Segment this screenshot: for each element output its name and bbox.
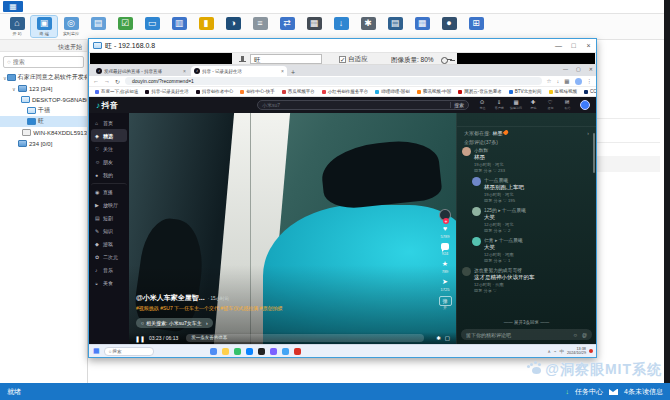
tree-item[interactable]: ∨ 123 [3/4] <box>0 83 87 94</box>
toolbar-button[interactable]: ▤ <box>382 16 408 32</box>
emoji-icon[interactable]: ☺ <box>573 332 578 338</box>
new-tab-button[interactable]: + <box>291 69 295 76</box>
system-tray[interactable]: ∧ ⌁ 中 13:38 2024/10/29 <box>547 345 593 357</box>
sidebar-nav-item[interactable]: ◆ 游戏 <box>91 237 127 250</box>
extensions-icon[interactable]: ▦ <box>564 78 569 84</box>
bookmark[interactable]: CCTV节目官网 <box>584 89 596 94</box>
toolbar-button[interactable]: ▣ 终 端 <box>31 16 57 37</box>
app-icon[interactable] <box>222 348 229 355</box>
browser-avatar[interactable] <box>575 78 582 85</box>
bookmark[interactable]: 腾讯视频-中国 <box>417 89 452 94</box>
sidebar-nav-item[interactable]: ♪ 音乐 <box>91 263 127 276</box>
remote-screen[interactable]: ♪ 发现最好玩的直播 - 抖音直播 × ♪ 抖音 - 记录美好生活 × + —▢… <box>89 65 596 357</box>
douyin-logo[interactable]: ♪抖音 <box>96 100 119 111</box>
comment-actions[interactable]: 回复 分享 ♡ 233 <box>474 168 591 173</box>
bookmark-star-icon[interactable]: ☆ <box>547 78 552 84</box>
tab-close-icon[interactable]: × <box>281 68 284 74</box>
close-button[interactable]: × <box>581 42 596 49</box>
commenter-name[interactable]: 十一点晨曦 <box>484 177 591 183</box>
bookmark[interactable]: BTV北京时间 <box>509 89 542 94</box>
tray-chevron-icon[interactable]: ∧ <box>547 349 550 354</box>
download-icon[interactable]: ↓ <box>557 78 560 84</box>
bookmark[interactable]: 西瓜视频平台 <box>282 89 315 94</box>
commenter-avatar[interactable] <box>462 267 471 276</box>
comment-actions[interactable]: 回复 分享 ♡ 195 <box>484 198 591 203</box>
browser-window-controls[interactable]: —▢✕ <box>563 66 593 72</box>
sidebar-nav-item[interactable]: ◉ 直播 <box>91 183 127 198</box>
sidebar-nav-item[interactable]: ◒ 美食 <box>91 276 127 289</box>
toolbar-button[interactable]: ▮ <box>193 16 219 32</box>
video-hashtags[interactable]: #视频挑战 #SU7 下一任车主一个交代 #提车仪式感拉满 #原创拍摄 <box>136 305 356 311</box>
scrollbar[interactable] <box>593 133 595 173</box>
related-search-pill[interactable]: ○ 相关搜索: 小米su7女车主 › <box>136 318 213 328</box>
bookmark[interactable]: 抖音-记录美好生活 <box>145 89 189 94</box>
quick-start-header[interactable]: 快速开始 <box>0 40 87 52</box>
toolbar-button[interactable]: ⌂ 开 始 <box>4 16 30 37</box>
taskbar-clock[interactable]: 13:38 2024/10/29 <box>567 347 586 355</box>
app-icon[interactable] <box>258 348 265 355</box>
commenter-avatar[interactable] <box>472 207 481 216</box>
app-icon[interactable] <box>282 348 289 355</box>
comment-action[interactable]: 924 <box>441 243 449 256</box>
commenter-name[interactable]: 125的 ▸ 十一点晨曦 <box>484 207 591 213</box>
sidebar-nav-item[interactable]: ✎ 知识 <box>91 224 127 237</box>
checkbox-icon[interactable]: ✓ <box>339 56 346 63</box>
toolbar-button[interactable]: ☑ <box>112 16 138 32</box>
tree-search-box[interactable]: ○ <box>3 56 84 68</box>
toolbar-button[interactable]: ✱ <box>355 16 381 32</box>
danmaku-input[interactable]: 发一条友善的弹幕 <box>186 334 424 342</box>
video-player[interactable]: @小米人车家全屋智...· 15小时前 #视频挑战 #SU7 下一任车主一个交代… <box>129 113 456 344</box>
commenter-name[interactable]: 仁青 ▸ 十一点晨曦 <box>484 237 591 243</box>
more-menu-icon[interactable]: ⋮ <box>587 78 593 84</box>
share-action[interactable]: ➤ 1725 <box>441 278 450 292</box>
search-input[interactable] <box>13 59 77 65</box>
header-action[interactable]: ⇓ 客户端 <box>492 98 506 110</box>
bookmark[interactable]: 创作中心-快手 <box>240 89 275 94</box>
pause-button[interactable]: ❚❚ <box>135 335 145 342</box>
header-action[interactable]: ⊙ 充值 <box>475 98 489 110</box>
danmaku-toggle[interactable]: 弹 开 <box>439 296 452 310</box>
sidebar-nav-item[interactable]: ▤ 短剧 <box>91 211 127 224</box>
commenter-avatar[interactable] <box>472 177 481 186</box>
author-avatar[interactable] <box>439 209 451 221</box>
like-action[interactable]: ♥ 5789 <box>441 225 450 239</box>
toolbar-button[interactable]: ◑ <box>220 16 246 32</box>
session-tab[interactable]: 旺 <box>250 54 322 64</box>
app-icon[interactable] <box>270 348 277 355</box>
tree-item[interactable]: 234 [0/0] <box>0 138 87 149</box>
favorite-action[interactable]: ★ 789 <box>442 260 449 274</box>
toolbar-button[interactable]: ▭ <box>139 16 165 32</box>
toolbar-button[interactable]: ⊞ <box>463 16 489 32</box>
unread-messages-link[interactable]: 4条未读信息 <box>624 387 663 397</box>
forward-icon[interactable]: → <box>104 78 110 84</box>
bookmark[interactable]: 网易云-音乐热爱者 <box>458 89 502 94</box>
sidebar-nav-item[interactable]: ♡ 关注 <box>91 142 127 155</box>
commenter-name[interactable]: 小辉辉 <box>474 147 591 153</box>
remote-control-window[interactable]: 旺 - 192.168.0.8 — □ × 旺 ✓ 自适应 图像质量: 80% … <box>88 38 597 358</box>
maximize-button[interactable]: □ <box>566 42 581 49</box>
player-controls[interactable]: ❚❚ 03:23 / 06:13 发一条友善的弹幕 ✱ ▢ <box>129 332 456 344</box>
sidebar-nav-item[interactable]: ▶ 放映厅 <box>91 198 127 211</box>
bookmark[interactable]: 小红书创作服务平台 <box>322 89 369 94</box>
video-title[interactable]: @小米人车家全屋智...· 15小时前 <box>136 293 356 303</box>
bookmark[interactable]: 百度一下,你就知道 <box>95 89 138 94</box>
task-center-link[interactable]: 任务中心 <box>575 387 603 397</box>
minimize-button[interactable]: — <box>551 42 566 49</box>
header-action[interactable]: ♡ 通知 <box>543 98 557 110</box>
back-icon[interactable]: ← <box>93 78 99 84</box>
toolbar-button[interactable]: ⇄ <box>274 16 300 32</box>
toolbar-button[interactable]: ◎ 实时监控 <box>58 16 84 37</box>
url-field[interactable]: douyin.com/?recommend=1 <box>125 77 542 85</box>
commenter-avatar[interactable] <box>462 147 471 156</box>
comment-actions[interactable]: 回复 分享 ♡ 1 <box>484 258 591 263</box>
toolbar-button[interactable]: ≡ <box>247 16 273 32</box>
sidebar-nav-item[interactable]: ● 我的 <box>91 168 127 181</box>
comment-input[interactable]: 留下你的精彩评论吧 ☺ @ <box>461 329 592 340</box>
player-setting-icon[interactable]: ✱ <box>436 335 441 341</box>
tree-item[interactable]: ∨ 石家庄同意之易软件开发有限 <box>0 72 87 83</box>
tab-close-icon[interactable]: × <box>183 68 186 74</box>
commenter-name[interactable]: 达也要努力的成哥哥呀 <box>474 267 591 273</box>
sidebar-nav-item[interactable]: ✿ 二次元 <box>91 250 127 263</box>
header-action[interactable]: ▦ 快捷访问 <box>509 98 523 110</box>
app-logo-icon[interactable]: ▦ <box>3 1 23 12</box>
